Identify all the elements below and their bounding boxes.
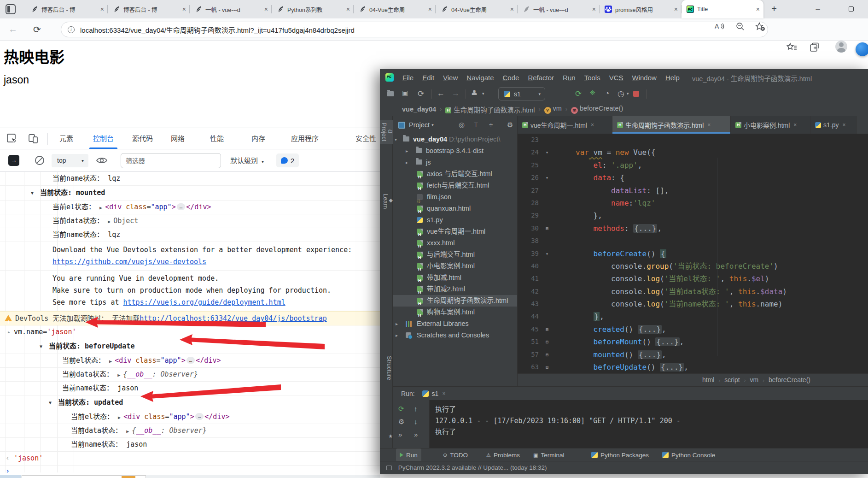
expand-all-icon[interactable]: » (398, 431, 402, 438)
browser-tab[interactable]: 04-Vue生命周× (436, 0, 518, 18)
maximize-button[interactable] (842, 0, 860, 18)
code-line[interactable]: 51⊞ beforeMount() {...}, (518, 336, 868, 348)
tree-item[interactable]: ▸js (393, 157, 517, 168)
minimize-button[interactable]: ─ (809, 0, 827, 18)
new-tab-button[interactable]: + (768, 4, 780, 14)
tool-button-favorites[interactable]: ★ (380, 433, 393, 441)
tool-button-project[interactable]: 🗀︎Project (380, 120, 393, 144)
editor-breadcrumb-item[interactable]: beforeCreate() (769, 376, 810, 384)
code-line[interactable]: 43 console.log('当前name状态: ', this.name) (518, 298, 868, 310)
tree-chevron-icon[interactable]: ▸ (396, 330, 398, 341)
breadcrumb-item[interactable]: vue_day04 (402, 106, 436, 113)
menu-item-navigate[interactable]: Navigate (464, 72, 496, 83)
expand-icon[interactable]: ÷ (489, 121, 493, 129)
tool-window-button-todo[interactable]: ⊙TODO (443, 448, 468, 461)
editor-breadcrumb-item[interactable]: html (702, 376, 714, 384)
menu-item-run[interactable]: Run (560, 72, 578, 83)
tree-item[interactable]: vue生命周期一.html (393, 226, 517, 237)
tree-chevron-icon[interactable]: ▾ (395, 134, 397, 145)
collapse-caret-icon[interactable]: ▼ (40, 339, 42, 354)
tree-item[interactable]: 小电影案例.html (393, 260, 517, 272)
browser-tab[interactable]: PCTitle× (682, 0, 763, 18)
save-icon[interactable]: ▣ (402, 89, 408, 96)
tool-window-button-problems[interactable]: ⚠Problems (486, 448, 520, 461)
code-line[interactable]: 24▾var vm = new Vue({ (518, 146, 868, 159)
site-info-icon[interactable]: i (68, 26, 75, 33)
chevron-down-icon[interactable]: ▾ (482, 91, 484, 96)
settings-wrench-icon[interactable]: ⚙︎ (398, 418, 404, 426)
clear-console-icon[interactable] (34, 155, 45, 168)
console-context-dropdown[interactable]: top▾ (52, 154, 88, 167)
console-sidebar-icon[interactable]: → (8, 155, 19, 166)
inspect-element-icon[interactable] (6, 133, 17, 146)
browser-tab[interactable]: 04-Vue生命周× (354, 0, 436, 18)
tab-close-icon[interactable]: × (674, 6, 678, 13)
tree-item[interactable]: ▸Scratches and Consoles (393, 330, 517, 341)
tool-window-button-python-packages[interactable]: Python Packages (591, 448, 649, 461)
code-line[interactable]: 23 (518, 134, 868, 146)
code-line[interactable]: 30⊞ methods: {...}, (518, 222, 868, 235)
tree-item[interactable]: ▸External Libraries (393, 318, 517, 330)
close-icon[interactable]: × (842, 122, 845, 128)
tab-close-icon[interactable]: × (346, 6, 350, 13)
menu-item-refactor[interactable]: Refactor (525, 72, 556, 83)
down-arrow-icon[interactable]: ↓ (414, 418, 418, 425)
browser-tab[interactable]: promise风格用× (600, 0, 682, 18)
editor-tab[interactable]: 生命周期钩子函数演示.html× (612, 116, 731, 134)
back-icon[interactable]: ← (437, 89, 445, 98)
collapse-all-icon[interactable]: ⌶ (474, 121, 478, 129)
expand-chevron-icon[interactable]: ▸ (7, 325, 11, 339)
profiler-icon[interactable]: ◷ (618, 89, 624, 99)
tab-close-icon[interactable]: × (592, 6, 596, 13)
tool-button-structure[interactable]: Structure (380, 356, 393, 380)
menu-item-help[interactable]: Help (663, 72, 682, 83)
tree-item[interactable]: 带加减.html (393, 272, 517, 283)
code-line[interactable]: 42 console.log('当前data状态: ', this.$data) (518, 285, 868, 298)
editor-breadcrumb-item[interactable]: script (724, 376, 740, 384)
fold-marker-icon[interactable]: ⊞ (543, 361, 551, 373)
browser-tab[interactable]: 博客后台 - 博× (108, 0, 190, 18)
tab-close-icon[interactable]: × (100, 6, 104, 13)
tree-item[interactable]: 购物车案例.html (393, 307, 517, 318)
devtools-tab-源代码[interactable]: 源代码 (130, 128, 155, 149)
eye-icon[interactable] (96, 155, 108, 167)
coverage-icon[interactable]: ◔ (605, 89, 609, 98)
log-level-dropdown[interactable]: 默认级别▾ (230, 154, 264, 168)
tree-item[interactable]: film.json (393, 191, 517, 203)
back-button[interactable]: ← (8, 24, 17, 35)
menu-item-vcs[interactable]: VCS (607, 72, 626, 83)
rerun-icon[interactable]: ⟳ (398, 405, 404, 413)
menu-item-tools[interactable]: Tools (582, 72, 603, 83)
select-target-icon[interactable]: ◎ (459, 121, 465, 129)
tree-item[interactable]: 带加减2.html (393, 283, 517, 295)
refresh-button[interactable]: ⟳ (33, 24, 41, 35)
collapse-caret-icon[interactable]: ▼ (49, 395, 52, 410)
issues-counter[interactable]: 2 (276, 153, 299, 167)
devtools-tab-性能[interactable]: 性能 (208, 128, 226, 149)
tab-actions-icon[interactable] (6, 4, 16, 14)
browser-tab[interactable]: 一帆 - vue---d× (190, 0, 272, 18)
up-arrow-icon[interactable]: ↑ (414, 405, 418, 413)
run-config-selector[interactable]: s1 ▾ (498, 87, 545, 100)
stop-button[interactable] (633, 91, 639, 97)
project-panel-title[interactable]: Project (409, 121, 430, 129)
code-line[interactable]: 28 name:'lqz' (518, 197, 868, 209)
collapse-all-icon[interactable]: » (414, 431, 418, 438)
forward-icon[interactable]: → (452, 89, 460, 98)
editor-tab[interactable]: vue生命周期一.html× (518, 116, 612, 134)
tree-item[interactable]: fetch与后端交互.html (393, 180, 517, 191)
console-link[interactable]: https://github.com/vuejs/vue-devtools (52, 258, 206, 266)
tree-item[interactable]: ▸bootstrap-3.4.1-dist (393, 145, 517, 157)
menu-item-edit[interactable]: Edit (420, 72, 437, 83)
close-icon[interactable]: × (707, 122, 711, 128)
status-text[interactable]: PyCharm 2022.3.2 available // Update... … (398, 464, 547, 471)
tree-item[interactable]: axios 与后端交互.html (393, 168, 517, 180)
close-icon[interactable]: × (591, 122, 594, 128)
debug-button[interactable]: ❊ (590, 89, 595, 96)
collections-icon[interactable] (810, 42, 821, 54)
code-editor[interactable]: 2324▾var vm = new Vue({25 el: '.app',26▾… (518, 134, 868, 373)
fold-marker-icon[interactable]: ⊞ (543, 336, 551, 348)
fold-marker-icon[interactable]: ▾ (543, 248, 551, 260)
address-bar[interactable]: i localhost:63342/vue_day04/生命周期钩子函数演示.h… (61, 22, 768, 37)
url-text[interactable]: localhost:63342/vue_day04/生命周期钩子函数演示.htm… (80, 25, 355, 35)
